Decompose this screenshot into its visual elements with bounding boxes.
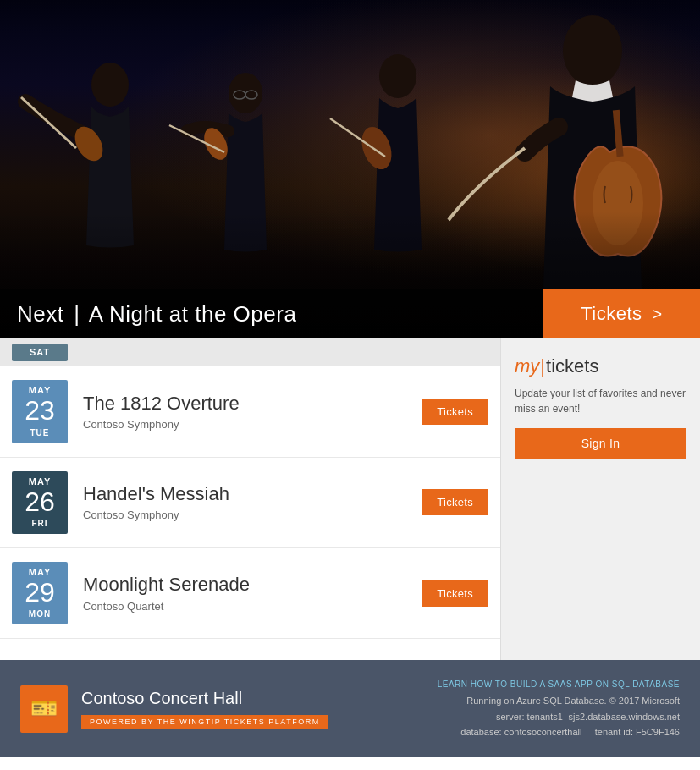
sidebar: my|tickets Update your list of favorites… [501,338,700,660]
event-day: 29 [12,578,68,608]
footer-database: database: contosoconcerthall [460,727,581,737]
footer-tenant-id: tenant id: F5C9F146 [595,727,680,737]
footer: 🎫 Contoso Concert Hall POWERED BY THE WI… [0,660,700,757]
event-item: MAY 23 TUE The 1812 Overture Contoso Sym… [0,366,500,457]
event-date-badge: MAY 26 FRI [12,471,68,534]
tickets-text: tickets [546,355,598,377]
date-header-month: SAT [12,347,68,358]
footer-powered-by: POWERED BY THE WINGTIP TICKETS PLATFORM [81,715,328,729]
hero-divider: | [74,301,80,327]
event-weekday: TUE [12,428,68,438]
footer-running-on: Running on Azure SQL Database. © 2017 Mi… [438,693,680,709]
event-date-badge: MAY 29 MON [12,562,68,624]
event-weekday: FRI [12,519,68,529]
main-content: SAT MAY 23 TUE The 1812 Overture Contoso… [0,338,700,660]
event-month: MAY [12,476,68,487]
event-title: Handel's Messiah [83,483,422,505]
learn-link[interactable]: LEARN HOW TO BUILD A SAAS APP ON SQL DAT… [438,679,680,689]
event-venue: Contoso Quartet [83,600,422,613]
event-info: Handel's Messiah Contoso Symphony [83,483,422,521]
hero-tickets-label: Tickets [581,303,642,325]
hero-event-title: A Night at the Opera [89,301,297,327]
my-tickets-header: my|tickets [515,355,686,377]
hero-bar-content: Next | A Night at the Opera [0,301,313,327]
event-title: Moonlight Serenade [83,574,422,596]
hero-section: Next | A Night at the Opera Tickets > [0,0,700,338]
my-text: my [515,355,539,377]
footer-server: server: tenants1 -sjs2.database.windows.… [438,709,680,725]
event-info: The 1812 Overture Contoso Symphony [83,393,422,431]
chevron-right-icon: > [653,305,663,324]
ticket-icon: 🎫 [30,696,58,722]
tickets-button[interactable]: Tickets [422,489,488,515]
event-item: MAY 29 MON Moonlight Serenade Contoso Qu… [0,548,500,639]
event-venue: Contoso Symphony [83,509,422,521]
event-day: 23 [12,396,68,426]
my-tickets-description: Update your list of favorites and never … [515,386,686,416]
footer-brand: Contoso Concert Hall POWERED BY THE WING… [81,689,438,729]
sign-in-button[interactable]: Sign In [515,428,686,459]
svg-point-10 [379,54,416,98]
event-weekday: MON [12,609,68,619]
svg-point-2 [91,63,129,107]
footer-learn-link[interactable]: LEARN HOW TO BUILD A SAAS APP ON SQL DAT… [438,677,680,691]
events-list: SAT MAY 23 TUE The 1812 Overture Contoso… [0,338,501,660]
event-date-badge: MAY 23 TUE [12,380,68,443]
footer-brand-name: Contoso Concert Hall [81,689,438,708]
tickets-button[interactable]: Tickets [422,580,488,607]
footer-info: LEARN HOW TO BUILD A SAAS APP ON SQL DAT… [438,677,680,740]
event-venue: Contoso Symphony [83,418,422,431]
event-title: The 1812 Overture [83,393,422,415]
event-day: 26 [12,487,68,517]
tickets-button[interactable]: Tickets [422,399,488,425]
orchestra-illustration [0,0,700,338]
next-label: Next [17,301,63,327]
footer-database-tenant: database: contosoconcerthall tenant id: … [438,724,680,740]
footer-logo: 🎫 [20,685,68,733]
event-info: Moonlight Serenade Contoso Quartet [83,574,422,612]
svg-point-13 [563,15,622,86]
hero-tickets-button[interactable]: Tickets > [543,289,700,338]
hero-bar: Next | A Night at the Opera Tickets > [0,289,700,338]
pipe-divider: | [540,355,545,377]
event-item: MAY 26 FRI Handel's Messiah Contoso Symp… [0,458,500,548]
